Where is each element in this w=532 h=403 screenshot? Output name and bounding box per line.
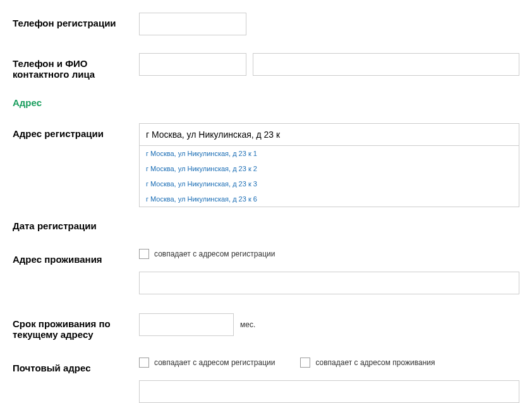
label-residence-duration: Срок проживания по текущему адресу bbox=[13, 313, 139, 340]
fields-reg-address: г Москва, ул Никулинская, д 23 к 1 г Мос… bbox=[139, 123, 519, 146]
duration-wrap: мес. bbox=[139, 313, 255, 336]
row-residence-input bbox=[13, 272, 519, 294]
checkbox-label-residence-same: совпадает с адресом регистрации bbox=[154, 250, 275, 258]
row-postal-address: Почтовый адрес совпадает с адресом регис… bbox=[13, 358, 519, 374]
row-residence-address: Адрес проживания совпадает с адресом рег… bbox=[13, 249, 519, 265]
fields-reg-phone bbox=[139, 13, 519, 35]
checkbox-postal-same-reg[interactable]: совпадает с адресом регистрации bbox=[139, 358, 275, 368]
autocomplete-dropdown: г Москва, ул Никулинская, д 23 к 1 г Мос… bbox=[139, 146, 519, 207]
row-reg-phone: Телефон регистрации bbox=[13, 13, 519, 35]
autocomplete-wrap: г Москва, ул Никулинская, д 23 к 1 г Мос… bbox=[139, 123, 519, 146]
fields-residence-address: совпадает с адресом регистрации bbox=[139, 249, 519, 265]
input-postal-address[interactable] bbox=[139, 380, 519, 403]
fields-postal-address: совпадает с адресом регистрации совпадае… bbox=[139, 358, 519, 374]
input-contact-phone[interactable] bbox=[139, 53, 246, 76]
fields-postal-input bbox=[139, 380, 519, 403]
checkbox-residence-same[interactable]: совпадает с адресом регистрации bbox=[139, 249, 275, 259]
fields-residence-duration: мес. bbox=[139, 313, 519, 336]
input-reg-phone[interactable] bbox=[139, 13, 246, 35]
row-reg-address: Адрес регистрации г Москва, ул Никулинск… bbox=[13, 123, 519, 146]
label-contact: Телефон и ФИО контактного лица bbox=[13, 53, 139, 80]
label-residence-address: Адрес проживания bbox=[13, 249, 139, 265]
autocomplete-option[interactable]: г Москва, ул Никулинская, д 23 к 1 bbox=[140, 146, 519, 161]
checkbox-postal-same-residence[interactable]: совпадает с адресом проживания bbox=[300, 358, 435, 368]
duration-unit: мес. bbox=[240, 320, 255, 329]
label-reg-phone: Телефон регистрации bbox=[13, 13, 139, 28]
fields-residence-input bbox=[139, 272, 519, 294]
input-residence-duration[interactable] bbox=[139, 313, 234, 336]
label-reg-address: Адрес регистрации bbox=[13, 123, 139, 139]
row-reg-date: Дата регистрации bbox=[13, 215, 519, 231]
autocomplete-option[interactable]: г Москва, ул Никулинская, д 23 к 3 bbox=[140, 176, 519, 191]
row-residence-duration: Срок проживания по текущему адресу мес. bbox=[13, 313, 519, 340]
row-contact: Телефон и ФИО контактного лица bbox=[13, 53, 519, 80]
postal-checkbox-row: совпадает с адресом регистрации совпадае… bbox=[139, 358, 519, 368]
input-residence-address[interactable] bbox=[139, 272, 519, 294]
checkbox-icon bbox=[139, 249, 149, 259]
residence-checkbox-row: совпадает с адресом регистрации bbox=[139, 249, 519, 259]
checkbox-label-postal-same-reg: совпадает с адресом регистрации bbox=[154, 358, 275, 367]
label-reg-date: Дата регистрации bbox=[13, 215, 139, 231]
checkbox-icon bbox=[139, 358, 149, 368]
autocomplete-option[interactable]: г Москва, ул Никулинская, д 23 к 2 bbox=[140, 161, 519, 176]
label-postal-address: Почтовый адрес bbox=[13, 358, 139, 373]
checkbox-label-postal-same-residence: совпадает с адресом проживания bbox=[315, 358, 435, 367]
checkbox-icon bbox=[300, 358, 310, 368]
row-postal-input bbox=[13, 380, 519, 403]
input-contact-name[interactable] bbox=[253, 53, 519, 76]
section-header-address: Адрес bbox=[13, 97, 519, 108]
autocomplete-option[interactable]: г Москва, ул Никулинская, д 23 к 6 bbox=[140, 191, 519, 207]
input-reg-address[interactable] bbox=[139, 123, 519, 146]
fields-contact bbox=[139, 53, 519, 76]
